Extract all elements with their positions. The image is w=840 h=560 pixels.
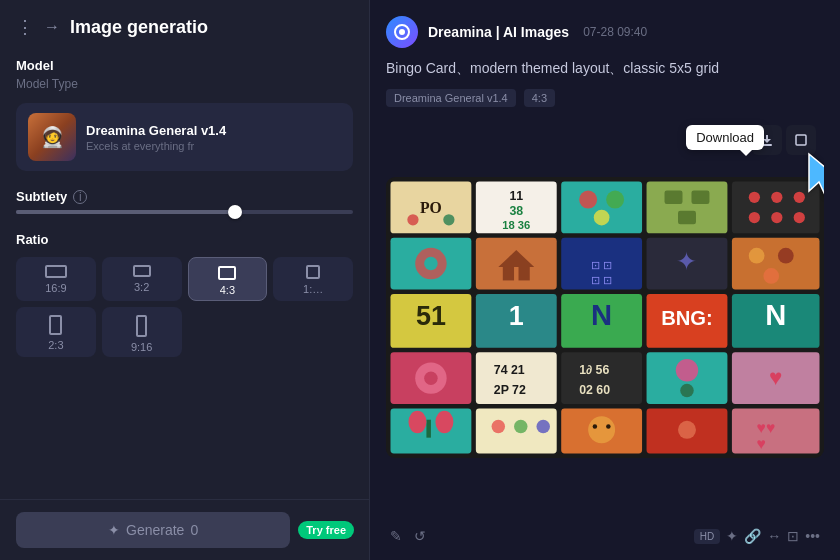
model-type-label: Model Type bbox=[16, 77, 353, 91]
ratio-btn-1-1[interactable]: 1:… bbox=[273, 257, 353, 301]
svg-text:1∂  56: 1∂ 56 bbox=[579, 363, 609, 377]
subtlety-row: Subtlety i bbox=[16, 189, 353, 204]
action-bar: ✎ ↺ HD ✦ 🔗 ↔ ⊡ ••• bbox=[386, 528, 824, 544]
svg-rect-31 bbox=[503, 267, 514, 280]
ratio-btn-9-16[interactable]: 9:16 bbox=[102, 307, 182, 357]
svg-point-13 bbox=[606, 191, 624, 209]
link-button[interactable]: 🔗 bbox=[744, 528, 761, 544]
chat-header: Dreamina | AI Images 07-28 09:40 bbox=[386, 16, 824, 48]
ratio-label: Ratio bbox=[16, 232, 353, 247]
edit-button[interactable]: ✎ bbox=[390, 528, 402, 544]
menu-icon[interactable]: ⋮ bbox=[16, 16, 34, 38]
svg-text:♥: ♥ bbox=[769, 365, 782, 390]
svg-point-69 bbox=[435, 411, 453, 433]
generate-label: Generate bbox=[126, 522, 184, 538]
model-name: Dreamina General v1.4 bbox=[86, 123, 226, 138]
svg-point-1 bbox=[399, 29, 405, 35]
subtlety-label: Subtlety bbox=[16, 189, 67, 204]
tags-row: Dreamina General v1.4 4:3 bbox=[386, 89, 824, 107]
svg-point-79 bbox=[678, 421, 696, 439]
svg-rect-16 bbox=[665, 191, 683, 204]
ratio-btn-4-3[interactable]: 4:3 bbox=[188, 257, 268, 301]
svg-text:N: N bbox=[765, 299, 786, 331]
svg-point-25 bbox=[794, 212, 805, 223]
crop-button[interactable]: ⊡ bbox=[787, 528, 799, 544]
info-icon: i bbox=[73, 190, 87, 204]
svg-text:1: 1 bbox=[509, 301, 524, 331]
svg-point-28 bbox=[424, 257, 437, 270]
ratio-btn-3-2[interactable]: 3:2 bbox=[102, 257, 182, 301]
svg-point-71 bbox=[492, 420, 505, 433]
svg-rect-15 bbox=[647, 182, 728, 234]
model-thumbnail: 🧑‍🚀 bbox=[28, 113, 76, 161]
svg-rect-80 bbox=[732, 408, 820, 453]
svg-text:18  36: 18 36 bbox=[502, 219, 530, 231]
svg-point-72 bbox=[514, 420, 527, 433]
action-left: ✎ ↺ bbox=[390, 528, 426, 544]
model-card[interactable]: 🧑‍🚀 Dreamina General v1.4 Excels at ever… bbox=[16, 103, 353, 171]
action-right: HD ✦ 🔗 ↔ ⊡ ••• bbox=[694, 528, 820, 544]
svg-text:BNG:: BNG: bbox=[661, 307, 713, 329]
svg-rect-84 bbox=[796, 135, 806, 145]
generate-count: 0 bbox=[190, 522, 198, 538]
svg-point-6 bbox=[443, 214, 454, 225]
svg-rect-32 bbox=[519, 267, 530, 280]
generate-icon: ✦ bbox=[108, 522, 120, 538]
app-logo bbox=[386, 16, 418, 48]
panel-header: ⋮ → Image generatio bbox=[16, 16, 353, 38]
ratio-grid-row2: 2:3 9:16 bbox=[16, 307, 353, 357]
svg-text:♥: ♥ bbox=[757, 435, 766, 452]
ratio-tag: 4:3 bbox=[524, 89, 555, 107]
generate-button[interactable]: ✦ Generate 0 bbox=[16, 512, 290, 548]
app-name: Dreamina | AI Images bbox=[428, 24, 569, 40]
ratio-grid-row1: 16:9 3:2 4:3 1:… bbox=[16, 257, 353, 301]
panel-title: Image generatio bbox=[70, 17, 208, 38]
svg-point-73 bbox=[536, 420, 549, 433]
ratio-btn-16-9[interactable]: 16:9 bbox=[16, 257, 96, 301]
bottom-bar: ✦ Generate 0 Try free bbox=[0, 499, 370, 560]
svg-text:⊡ ⊡: ⊡ ⊡ bbox=[591, 274, 612, 286]
svg-point-77 bbox=[606, 424, 610, 428]
svg-point-39 bbox=[749, 248, 765, 264]
right-panel: Dreamina | AI Images 07-28 09:40 Bingo C… bbox=[370, 0, 840, 560]
svg-point-75 bbox=[588, 416, 615, 443]
svg-text:N: N bbox=[591, 299, 612, 331]
svg-text:02  60: 02 60 bbox=[579, 383, 610, 397]
svg-point-5 bbox=[407, 214, 418, 225]
svg-point-20 bbox=[749, 192, 760, 203]
svg-rect-67 bbox=[426, 420, 430, 438]
refresh-button[interactable]: ↺ bbox=[414, 528, 426, 544]
svg-point-24 bbox=[771, 212, 782, 223]
model-section-label: Model bbox=[16, 58, 353, 73]
svg-rect-18 bbox=[678, 211, 696, 224]
svg-rect-11 bbox=[561, 182, 642, 234]
svg-point-21 bbox=[771, 192, 782, 203]
svg-point-54 bbox=[424, 371, 437, 384]
subtlety-slider[interactable] bbox=[16, 210, 353, 214]
more-button[interactable]: ••• bbox=[805, 528, 820, 544]
image-container: PO 11 38 18 36 bbox=[386, 117, 824, 518]
svg-text:38: 38 bbox=[509, 204, 523, 218]
svg-point-14 bbox=[594, 210, 610, 226]
model-description: Excels at everything fr bbox=[86, 140, 226, 152]
model-tag: Dreamina General v1.4 bbox=[386, 89, 516, 107]
enhance-button[interactable]: ✦ bbox=[726, 528, 738, 544]
expand-button[interactable]: ↔ bbox=[767, 528, 781, 544]
hd-tag[interactable]: HD bbox=[694, 529, 720, 544]
svg-point-68 bbox=[408, 411, 426, 433]
svg-text:74  21: 74 21 bbox=[494, 363, 525, 377]
arrow-icon: → bbox=[44, 18, 60, 36]
svg-rect-17 bbox=[691, 191, 709, 204]
svg-rect-66 bbox=[390, 408, 471, 453]
svg-text:✦: ✦ bbox=[676, 248, 697, 275]
ratio-btn-2-3[interactable]: 2:3 bbox=[16, 307, 96, 357]
svg-text:PO: PO bbox=[420, 199, 442, 216]
bingo-card-image: PO 11 38 18 36 bbox=[386, 117, 824, 518]
try-free-badge[interactable]: Try free bbox=[298, 521, 354, 539]
svg-text:2P  72: 2P 72 bbox=[494, 383, 526, 397]
svg-point-23 bbox=[749, 212, 760, 223]
svg-text:♥♥: ♥♥ bbox=[757, 419, 776, 436]
svg-marker-85 bbox=[809, 154, 824, 197]
prompt-text: Bingo Card、modern themed layout、classic … bbox=[386, 58, 824, 79]
svg-point-40 bbox=[778, 248, 794, 264]
